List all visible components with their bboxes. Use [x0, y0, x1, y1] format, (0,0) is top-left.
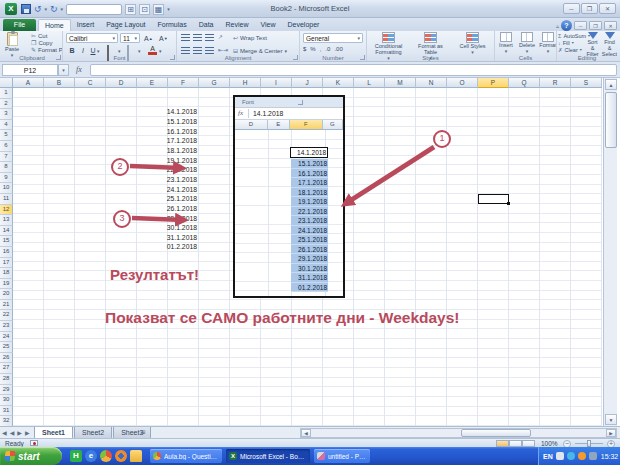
date-cell[interactable]: 30.1.2018 — [139, 223, 198, 233]
normal-view-icon[interactable] — [496, 440, 509, 447]
editing-button[interactable]: Sort & Filter — [585, 32, 600, 57]
align-right-icon[interactable] — [205, 47, 214, 54]
scroll-up-icon[interactable]: ▲ — [605, 79, 617, 90]
taskbar-button-paint[interactable]: untitled - Paint — [314, 449, 370, 463]
row-header[interactable]: 25 — [0, 342, 13, 353]
column-header[interactable]: G — [199, 78, 230, 88]
row-header[interactable]: 20 — [0, 289, 13, 300]
column-header[interactable]: B — [44, 78, 75, 88]
row-header[interactable]: 13 — [0, 215, 13, 226]
number-format-button[interactable]: .00 — [334, 45, 342, 53]
column-header[interactable]: E — [137, 78, 168, 88]
minimize-ribbon-icon[interactable]: ▵ — [556, 22, 559, 29]
insert-worksheet-icon[interactable]: ⊞ — [136, 427, 150, 438]
cells-button[interactable]: Delete▾ — [518, 32, 536, 54]
date-cell[interactable]: 18.1.2018 — [139, 146, 198, 156]
row-header[interactable]: 29 — [0, 385, 13, 396]
tab-file[interactable]: File — [3, 19, 36, 31]
shrink-font-button[interactable]: A▼ — [158, 33, 169, 43]
date-cell[interactable]: 24.1.2018 — [139, 185, 198, 195]
vertical-scrollbar[interactable]: ▲ ▼ — [603, 78, 617, 426]
row-header[interactable]: 18 — [0, 268, 13, 279]
ribbon-tab[interactable]: Insert — [71, 19, 101, 31]
bold-button[interactable]: B — [67, 45, 77, 55]
cells-button[interactable]: Format▾ — [539, 32, 557, 54]
italic-button[interactable]: I — [78, 45, 88, 55]
last-sheet-icon[interactable]: ▶ — [25, 429, 30, 437]
indent-icons[interactable]: ⇤⇥ — [218, 46, 228, 53]
row-header[interactable]: 31 — [0, 406, 13, 417]
date-cell[interactable]: 01.2.2018 — [139, 242, 198, 252]
date-cell[interactable]: 26.1.2018 — [139, 204, 198, 214]
row-header[interactable]: 14 — [0, 226, 13, 237]
row-header[interactable]: 19 — [0, 279, 13, 290]
internet-explorer-icon[interactable]: e — [85, 450, 97, 462]
wrap-text-button[interactable]: ↩Wrap Text — [233, 34, 267, 42]
number-format-button[interactable]: , — [320, 45, 322, 53]
ribbon-tab[interactable]: Data — [193, 19, 220, 31]
select-all-corner[interactable] — [0, 78, 13, 88]
column-header[interactable]: Q — [509, 78, 540, 88]
date-cell[interactable]: 19.1.2018 — [139, 156, 198, 166]
column-header[interactable]: S — [571, 78, 602, 88]
folder-icon[interactable] — [130, 450, 142, 462]
align-top-icon[interactable] — [181, 34, 190, 41]
number-format-button[interactable]: $ — [303, 45, 306, 53]
date-cell[interactable]: 23.1.2018 — [139, 175, 198, 185]
column-header[interactable]: O — [447, 78, 478, 88]
quick-launch-icon-1[interactable]: H — [70, 450, 82, 462]
row-header[interactable]: 9 — [0, 173, 13, 184]
doc-restore-button[interactable]: ❐ — [589, 21, 602, 30]
column-header[interactable]: P — [478, 78, 509, 88]
next-sheet-icon[interactable]: ▶ — [17, 429, 22, 437]
row-header[interactable]: 7 — [0, 152, 13, 163]
row-header[interactable]: 8 — [0, 162, 13, 173]
ribbon-tab[interactable]: Page Layout — [100, 19, 151, 31]
row-header[interactable]: 21 — [0, 300, 13, 311]
fx-icon[interactable]: fx — [76, 65, 82, 74]
ribbon-tab[interactable]: View — [254, 19, 281, 31]
row-header[interactable]: 28 — [0, 374, 13, 385]
orientation-icon[interactable]: ↗ — [218, 33, 223, 40]
tray-icon-gray[interactable] — [589, 452, 597, 460]
font-family-select[interactable]: Calibri▾ — [66, 33, 118, 43]
dialog-launcher-icon[interactable] — [360, 55, 365, 60]
taskbar-button-browser[interactable]: Aula.bg - Question - ... — [150, 449, 222, 463]
close-button[interactable]: ✕ — [599, 3, 616, 14]
merge-center-button[interactable]: ⊟Merge & Center▾ — [233, 47, 287, 55]
row-header[interactable]: 24 — [0, 332, 13, 343]
minimize-button[interactable]: ─ — [563, 3, 580, 14]
font-color-button[interactable]: A — [148, 46, 157, 55]
editing-button[interactable]: Find & Select — [602, 32, 617, 57]
taskbar-button-excel[interactable]: X Microsoft Excel - Book2 — [226, 449, 310, 463]
row-header[interactable]: 16 — [0, 247, 13, 258]
dialog-launcher-icon[interactable] — [293, 55, 298, 60]
date-cell[interactable]: 29.1.2018 — [139, 214, 198, 224]
column-header[interactable]: L — [354, 78, 385, 88]
first-sheet-icon[interactable]: ◀ — [2, 429, 7, 437]
language-indicator[interactable]: EN — [543, 453, 553, 460]
dialog-launcher-icon[interactable] — [56, 55, 61, 60]
horizontal-scrollbar[interactable]: ◀ ▶ — [300, 428, 617, 438]
keyboard-tray-icon[interactable] — [556, 452, 564, 460]
column-header[interactable]: H — [230, 78, 261, 88]
number-format-button[interactable]: .0 — [325, 45, 330, 53]
cells-button[interactable]: Insert▾ — [497, 32, 515, 54]
date-cell[interactable]: 22.1.2018 — [139, 165, 198, 175]
date-cell[interactable]: 31.1.2018 — [139, 233, 198, 243]
row-header[interactable]: 6 — [0, 141, 13, 152]
column-header[interactable]: K — [323, 78, 354, 88]
scroll-right-icon[interactable]: ▶ — [606, 429, 616, 437]
name-box-dropdown-icon[interactable]: ▾ — [58, 64, 69, 76]
ribbon-tab[interactable]: Developer — [282, 19, 326, 31]
row-header[interactable]: 22 — [0, 310, 13, 321]
prev-sheet-icon[interactable]: ◀ — [10, 429, 15, 437]
formula-input[interactable] — [90, 64, 617, 76]
scroll-down-icon[interactable]: ▼ — [605, 414, 617, 425]
page-break-view-icon[interactable] — [522, 440, 535, 447]
row-header[interactable]: 30 — [0, 395, 13, 406]
column-header[interactable]: M — [385, 78, 416, 88]
row-header[interactable]: 17 — [0, 258, 13, 269]
browser-icon[interactable] — [100, 450, 112, 462]
column-header[interactable]: J — [292, 78, 323, 88]
